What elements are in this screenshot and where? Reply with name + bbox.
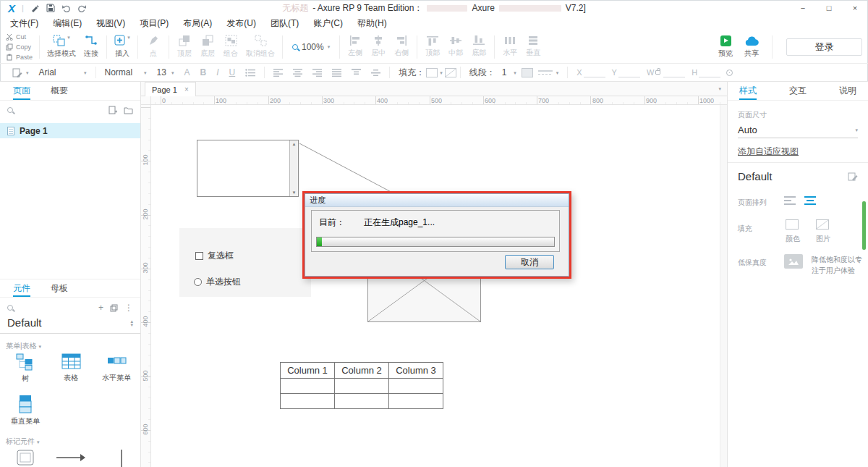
- align-left-button[interactable]: 左侧: [344, 35, 367, 58]
- add-adaptive-views-link[interactable]: 添加自适应视图: [738, 146, 799, 158]
- edit-pencil-icon[interactable]: [29, 2, 41, 14]
- tab-list-chevron-icon[interactable]: ▾: [718, 86, 721, 91]
- tab-pages[interactable]: 页面: [13, 82, 30, 100]
- table-header-cell[interactable]: Column 1: [281, 363, 335, 379]
- align-center-button[interactable]: 居中: [367, 35, 390, 58]
- radio-widget[interactable]: 单选按钮: [194, 276, 241, 288]
- undo-icon[interactable]: [61, 2, 72, 14]
- fill-color-swatch[interactable]: [426, 68, 438, 77]
- chevron-down-icon[interactable]: ▾: [127, 35, 130, 40]
- chevron-down-icon[interactable]: ▾: [556, 70, 559, 75]
- h-input[interactable]: [699, 68, 720, 77]
- bullet-list-button[interactable]: [240, 69, 260, 77]
- minimize-button[interactable]: −: [790, 0, 816, 16]
- tab-style[interactable]: 样式: [739, 82, 757, 100]
- group-panel-widget[interactable]: 复选框 单选按钮: [179, 228, 311, 297]
- w-input[interactable]: [663, 68, 685, 77]
- lowfi-thumbnail[interactable]: [784, 254, 803, 269]
- align-middle-button[interactable]: 中部: [444, 35, 467, 58]
- add-page-icon[interactable]: [109, 106, 117, 114]
- menu-file[interactable]: 文件(F): [3, 16, 46, 30]
- save-icon[interactable]: [45, 2, 56, 14]
- widget-item-table[interactable]: 表格: [49, 353, 93, 383]
- login-button[interactable]: 登录: [786, 38, 862, 56]
- zoom-control[interactable]: 100% ▾: [286, 42, 336, 52]
- paste-button[interactable]: Paste: [6, 52, 33, 62]
- menu-project[interactable]: 项目(P): [132, 16, 176, 30]
- table-cell[interactable]: [389, 379, 443, 394]
- scroll-down-icon[interactable]: ▼: [292, 190, 297, 195]
- widget-library-select[interactable]: Default ▴▾: [0, 312, 140, 334]
- underline-button[interactable]: U: [224, 67, 241, 77]
- widget-item-tree[interactable]: 树: [4, 353, 47, 384]
- more-options-icon[interactable]: ⋮: [124, 303, 133, 313]
- copy-button[interactable]: Copy: [6, 42, 33, 51]
- font-weight-select[interactable]: Normal ▾: [100, 67, 152, 77]
- chevron-down-icon[interactable]: ▾: [440, 70, 443, 75]
- share-button[interactable]: 共享: [740, 35, 763, 59]
- checkbox-widget[interactable]: 复选框: [195, 250, 234, 262]
- chevron-down-icon[interactable]: ▾: [67, 35, 70, 40]
- widget-item-vertical-line[interactable]: [100, 450, 141, 467]
- select-mode-button[interactable]: ▾ 选择模式: [43, 35, 80, 59]
- font-color-button[interactable]: A: [179, 67, 195, 77]
- menu-account[interactable]: 账户(C): [306, 16, 350, 30]
- fill-image-swatch[interactable]: [816, 219, 829, 230]
- rectangle-widget[interactable]: ▲ ▼: [197, 140, 299, 197]
- table-header-cell[interactable]: Column 3: [389, 363, 443, 379]
- point-tool-button[interactable]: 点: [142, 35, 165, 59]
- edit-style-icon[interactable]: [848, 172, 858, 181]
- chevron-down-icon[interactable]: ▾: [855, 127, 858, 132]
- table-widget[interactable]: Column 1 Column 2 Column 3: [280, 362, 443, 409]
- align-top-button[interactable]: 顶部: [421, 35, 444, 58]
- checkbox-icon[interactable]: [195, 252, 203, 260]
- table-cell[interactable]: [389, 394, 443, 409]
- close-button[interactable]: ×: [842, 0, 868, 16]
- bold-button[interactable]: B: [195, 67, 212, 77]
- widget-section-markup[interactable]: 标记元件 ▾: [0, 437, 40, 447]
- canvas-vertical-scrollbar[interactable]: [720, 105, 727, 467]
- library-panes-icon[interactable]: [110, 304, 118, 312]
- table-cell[interactable]: [281, 394, 335, 409]
- table-cell[interactable]: [335, 379, 389, 394]
- menu-view[interactable]: 视图(V): [89, 16, 132, 30]
- menu-arrange[interactable]: 布局(A): [176, 16, 219, 30]
- send-to-back-button[interactable]: 底层: [196, 35, 219, 59]
- line-width-select[interactable]: 1 ▾: [497, 67, 522, 77]
- text-align-justify-button[interactable]: [327, 69, 346, 77]
- menu-edit[interactable]: 编辑(E): [46, 16, 89, 30]
- page-tree-item-page1[interactable]: Page 1: [0, 123, 140, 138]
- tab-widgets[interactable]: 元件: [13, 279, 30, 297]
- tab-notes[interactable]: 说明: [839, 82, 856, 100]
- maximize-button[interactable]: □: [816, 0, 842, 16]
- progress-dialog-titlebar[interactable]: 进度: [305, 194, 569, 207]
- chevron-down-icon[interactable]: ▾: [144, 70, 147, 75]
- fill-pattern-swatch[interactable]: [445, 68, 456, 77]
- cut-button[interactable]: Cut: [6, 32, 33, 41]
- preview-button[interactable]: 预览: [714, 35, 737, 59]
- text-align-right-button[interactable]: [307, 69, 327, 77]
- group-button[interactable]: 组合: [219, 35, 242, 59]
- font-size-select[interactable]: 13 ▾: [152, 67, 179, 77]
- lock-aspect-icon[interactable]: [655, 70, 660, 75]
- vertical-align-middle-button[interactable]: [366, 69, 386, 77]
- distribute-horizontal-button[interactable]: 水平: [498, 35, 522, 58]
- widget-item-arrow[interactable]: [49, 453, 93, 463]
- library-spinner-icon[interactable]: ▴▾: [130, 319, 133, 327]
- distribute-vertical-button[interactable]: 垂直: [522, 35, 545, 58]
- style-preset-picker[interactable]: ▾: [7, 68, 34, 77]
- chevron-down-icon[interactable]: ▾: [171, 70, 174, 75]
- insert-button[interactable]: ▾ 插入: [111, 35, 134, 59]
- radio-icon[interactable]: [194, 278, 202, 286]
- line-color-swatch[interactable]: [522, 68, 533, 77]
- add-library-icon[interactable]: +: [98, 303, 103, 313]
- panel-scrollbar-thumb[interactable]: [862, 201, 866, 250]
- ungroup-button[interactable]: 取消组合: [242, 35, 278, 59]
- table-cell[interactable]: [281, 379, 335, 394]
- page-tab-page1[interactable]: Page 1 ×: [145, 82, 196, 96]
- vertical-align-top-button[interactable]: [346, 69, 366, 77]
- align-bottom-button[interactable]: 底部: [467, 35, 490, 58]
- menu-publish[interactable]: 发布(U): [219, 16, 263, 30]
- chevron-down-icon[interactable]: ▾: [26, 70, 29, 75]
- italic-button[interactable]: I: [211, 67, 224, 77]
